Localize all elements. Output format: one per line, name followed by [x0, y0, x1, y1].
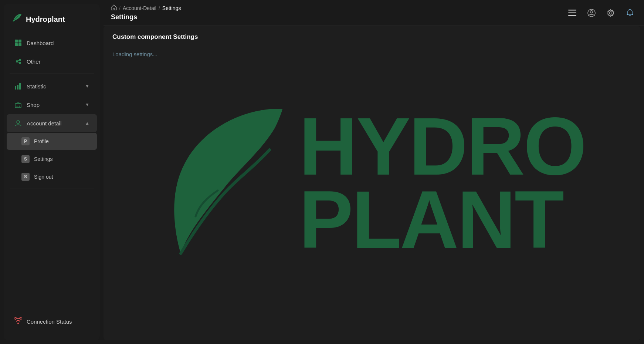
sidebar-item-settings[interactable]: S Settings [7, 151, 97, 168]
other-label: Other [27, 58, 41, 65]
nav-divider-1 [10, 74, 94, 74]
svg-rect-2 [15, 43, 18, 46]
sidebar-item-account-detail[interactable]: Account detail ▲ [7, 114, 97, 132]
watermark: HYDRO PLANT [104, 26, 640, 340]
user-profile-button[interactable] [585, 6, 598, 20]
sign-out-badge: S [21, 173, 30, 181]
leaf-logo-icon [11, 13, 22, 26]
svg-point-13 [17, 106, 18, 107]
svg-rect-10 [17, 85, 18, 90]
sidebar-navigation: Dashboard Other [4, 34, 100, 309]
svg-rect-11 [19, 83, 21, 90]
main-content: / Account-Detail / Settings Settings [104, 0, 644, 344]
hamburger-button[interactable] [566, 6, 579, 20]
breadcrumb: / Account-Detail / Settings [111, 4, 560, 12]
sidebar-bottom: Connection Status [4, 309, 100, 334]
svg-rect-0 [15, 40, 18, 43]
dashboard-icon [14, 39, 22, 47]
home-icon[interactable] [111, 4, 117, 12]
sidebar-item-statistic[interactable]: Statistic ▼ [7, 77, 97, 95]
svg-rect-17 [568, 12, 576, 13]
watermark-text: HYDRO PLANT [299, 110, 586, 256]
content-title: Custom component Settings [112, 33, 198, 40]
watermark-hydro: HYDRO [299, 110, 586, 183]
sidebar-item-other[interactable]: Other [7, 53, 97, 70]
account-icon [14, 119, 22, 127]
sidebar-item-profile[interactable]: P Profile [7, 133, 97, 150]
breadcrumb-separator-2: / [159, 5, 160, 11]
watermark-plant: PLANT [299, 183, 586, 256]
watermark-inner: HYDRO PLANT [159, 105, 586, 261]
notifications-button[interactable] [623, 6, 637, 20]
topbar-right [585, 6, 637, 20]
svg-point-21 [610, 11, 612, 14]
sidebar-logo: Hydroplant [4, 10, 100, 34]
topbar-section: / Account-Detail / Settings Settings [111, 4, 560, 21]
sidebar: Hydroplant Dashboard [4, 4, 100, 340]
connection-status-label: Connection Status [27, 318, 72, 325]
settings-badge: S [21, 155, 30, 163]
sidebar-item-connection-status[interactable]: Connection Status [7, 312, 97, 331]
sidebar-item-shop[interactable]: Shop ▼ [7, 96, 97, 114]
loading-text: Loading settings... [104, 47, 640, 62]
svg-rect-16 [568, 10, 576, 11]
statistic-chevron-icon: ▼ [85, 84, 89, 89]
svg-rect-18 [568, 15, 576, 16]
statistic-icon [14, 82, 22, 90]
svg-rect-3 [18, 43, 21, 46]
shop-chevron-icon: ▼ [85, 102, 89, 107]
watermark-leaf-icon [159, 105, 284, 261]
statistic-label: Statistic [27, 83, 46, 90]
svg-point-22 [630, 9, 631, 10]
settings-button[interactable] [604, 6, 617, 20]
profile-label: Profile [34, 138, 49, 144]
other-icon [14, 58, 22, 65]
app-name: Hydroplant [26, 15, 65, 24]
svg-point-15 [17, 121, 20, 124]
profile-badge: P [21, 137, 30, 145]
settings-label: Settings [34, 156, 53, 162]
breadcrumb-current: Settings [162, 5, 181, 11]
shop-label: Shop [27, 102, 40, 108]
svg-rect-12 [15, 104, 21, 108]
sign-out-label: Sign out [34, 174, 53, 180]
svg-point-20 [590, 10, 593, 13]
svg-point-14 [19, 106, 20, 107]
breadcrumb-link-account[interactable]: Account-Detail [123, 5, 156, 11]
sidebar-item-sign-out[interactable]: S Sign out [7, 168, 97, 185]
dashboard-label: Dashboard [27, 40, 54, 46]
sidebar-item-dashboard[interactable]: Dashboard [7, 34, 97, 52]
account-detail-label: Account detail [27, 120, 61, 127]
account-chevron-icon: ▲ [85, 121, 89, 126]
topbar: / Account-Detail / Settings Settings [104, 0, 644, 26]
content-area: Custom component Settings Loading settin… [104, 26, 640, 340]
nav-divider-2 [10, 189, 94, 189]
wifi-icon [14, 317, 22, 326]
shop-icon [14, 101, 22, 108]
page-title: Settings [111, 13, 137, 21]
svg-rect-9 [15, 86, 16, 90]
content-header: Custom component Settings [104, 26, 640, 47]
breadcrumb-separator-1: / [119, 5, 121, 11]
svg-rect-1 [18, 40, 21, 43]
